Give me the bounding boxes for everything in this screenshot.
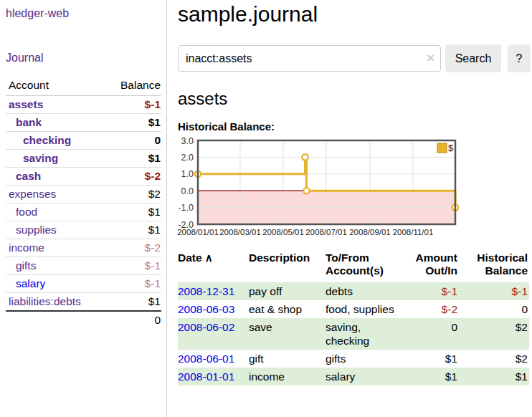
legend-swatch bbox=[437, 143, 447, 153]
sidebar-account-link[interactable]: salary bbox=[16, 277, 45, 289]
transaction-date-link[interactable]: 2008-06-02 bbox=[178, 321, 234, 333]
sidebar-account-link[interactable]: expenses bbox=[9, 188, 56, 200]
account-heading: assets bbox=[178, 89, 532, 109]
account-row: salary$-1 bbox=[6, 275, 161, 293]
main-content: sample.journal × Search ? assets Histori… bbox=[178, 0, 532, 385]
account-balance: $1 bbox=[104, 150, 161, 168]
app-brand-link[interactable]: hledger-web bbox=[6, 7, 69, 20]
search-form: × Search ? bbox=[178, 44, 532, 72]
accounts-col-balance: Balance bbox=[104, 76, 161, 96]
page-title: sample.journal bbox=[178, 2, 532, 27]
search-button[interactable]: Search bbox=[445, 44, 501, 72]
account-balance: $2 bbox=[104, 186, 161, 203]
account-row: saving$1 bbox=[6, 150, 161, 168]
transaction-description: eat & shop bbox=[249, 300, 326, 318]
x-axis-tick-label: 2008/09/01 bbox=[349, 228, 391, 236]
x-axis-tick-label: 2008/11/01 bbox=[393, 228, 434, 236]
y-axis-tick-label: -1.0 bbox=[178, 203, 194, 213]
account-row: expenses$2 bbox=[6, 186, 161, 203]
register-col-amount-out-in: Amount Out/In bbox=[406, 251, 459, 282]
register-table: Date ∧DescriptionTo/From Account(s)Amoun… bbox=[178, 251, 529, 385]
sidebar-item-journal[interactable]: Journal bbox=[6, 52, 43, 64]
transaction-date-link[interactable]: 2008-06-03 bbox=[178, 303, 234, 315]
transaction-balance: $2 bbox=[459, 350, 529, 368]
account-row: checking0 bbox=[6, 132, 161, 150]
y-axis-tick-label: 0.0 bbox=[181, 186, 194, 196]
clear-search-icon[interactable]: × bbox=[427, 51, 434, 65]
account-row: cash$-2 bbox=[6, 168, 161, 186]
y-axis-tick-label: 2.0 bbox=[181, 153, 194, 163]
register-col-to-from-account-s: To/From Account(s) bbox=[326, 251, 406, 282]
transaction-accounts: salary bbox=[326, 368, 406, 385]
transaction-date-link[interactable]: 2008-06-01 bbox=[178, 353, 234, 365]
transaction-description: pay off bbox=[249, 282, 326, 300]
transaction-row: 2008-12-31pay offdebts$-1$-1 bbox=[178, 282, 529, 300]
account-balance: $-2 bbox=[104, 168, 161, 186]
x-axis-tick-label: 2008/07/01 bbox=[305, 228, 347, 236]
chart-title: Historical Balance: bbox=[178, 120, 532, 133]
x-axis-tick-label: 2008/01/01 bbox=[177, 228, 219, 236]
account-balance: $1 bbox=[104, 114, 161, 132]
sort-ascending-icon: ∧ bbox=[202, 251, 213, 264]
transaction-amount: $-1 bbox=[406, 282, 459, 300]
y-axis-tick-label: 1.0 bbox=[181, 169, 194, 179]
transaction-accounts: gifts bbox=[326, 350, 406, 368]
transaction-row: 2008-01-01incomesalary$1$1 bbox=[178, 368, 529, 385]
sidebar-account-link[interactable]: saving bbox=[23, 152, 58, 164]
register-col-historical-balance: Historical Balance bbox=[459, 251, 529, 282]
accounts-col-account: Account bbox=[6, 76, 104, 96]
sidebar-account-link[interactable]: assets bbox=[9, 98, 43, 110]
account-row: bank$1 bbox=[6, 114, 161, 132]
account-row: liabilities:debts$1 bbox=[6, 293, 161, 312]
account-row: gifts$-1 bbox=[6, 257, 161, 275]
transaction-row: 2008-06-01giftgifts$1$2 bbox=[178, 350, 529, 368]
help-button[interactable]: ? bbox=[508, 44, 531, 72]
register-col-description: Description bbox=[249, 251, 326, 282]
transaction-balance: 0 bbox=[459, 300, 529, 318]
transaction-amount: 0 bbox=[406, 318, 459, 350]
sidebar: hledger-web Journal Account Balance asse… bbox=[0, 0, 167, 417]
x-axis-tick-label: 2008/05/01 bbox=[262, 228, 304, 236]
sidebar-account-link[interactable]: food bbox=[16, 206, 37, 218]
transaction-accounts: saving, checking bbox=[326, 318, 406, 350]
data-point-marker bbox=[303, 188, 309, 193]
transaction-amount: $-2 bbox=[406, 300, 459, 318]
sidebar-account-link[interactable]: income bbox=[9, 241, 44, 254]
x-axis-tick-label: 2008/03/01 bbox=[219, 228, 261, 236]
transaction-accounts: debts bbox=[326, 282, 406, 300]
transaction-row: 2008-06-02savesaving, checking0$2 bbox=[178, 318, 529, 350]
transaction-date-link[interactable]: 2008-12-31 bbox=[178, 285, 234, 297]
accounts-total-value: 0 bbox=[104, 311, 161, 329]
sidebar-account-link[interactable]: checking bbox=[23, 134, 71, 146]
account-balance: $-1 bbox=[104, 257, 161, 275]
account-balance: 0 bbox=[104, 132, 161, 150]
register-col-date[interactable]: Date ∧ bbox=[178, 251, 249, 282]
transaction-description: save bbox=[249, 318, 326, 350]
transaction-row: 2008-06-03eat & shopfood, supplies$-20 bbox=[178, 300, 529, 318]
account-balance: $1 bbox=[104, 221, 161, 239]
transaction-balance: $2 bbox=[459, 318, 529, 350]
transaction-description: income bbox=[249, 368, 326, 385]
account-balance: $1 bbox=[104, 203, 161, 221]
historical-balance-chart: $3.02.01.00.0-1.0-2.02008/01/012008/03/0… bbox=[178, 138, 532, 239]
transaction-balance: $-1 bbox=[459, 282, 529, 300]
y-axis-tick-label: 3.0 bbox=[181, 136, 194, 146]
account-row: supplies$1 bbox=[6, 221, 161, 239]
legend-label: $ bbox=[448, 143, 454, 153]
transaction-amount: $1 bbox=[406, 368, 459, 385]
sidebar-account-link[interactable]: liabilities:debts bbox=[9, 295, 81, 307]
account-balance: $-1 bbox=[104, 275, 161, 293]
sidebar-account-link[interactable]: supplies bbox=[16, 224, 57, 236]
search-input[interactable] bbox=[178, 45, 441, 72]
data-point-marker bbox=[302, 154, 308, 160]
transaction-accounts: food, supplies bbox=[326, 300, 406, 318]
sidebar-account-link[interactable]: bank bbox=[16, 116, 42, 128]
accounts-tree: Account Balance assets$-1bank$1checking0… bbox=[6, 76, 161, 329]
account-row: food$1 bbox=[6, 203, 161, 221]
account-balance: $-1 bbox=[104, 96, 161, 114]
transaction-date-link[interactable]: 2008-01-01 bbox=[178, 370, 234, 383]
sidebar-account-link[interactable]: cash bbox=[16, 170, 41, 182]
account-row: income$-2 bbox=[6, 239, 161, 257]
sidebar-account-link[interactable]: gifts bbox=[16, 259, 36, 272]
transaction-balance: $1 bbox=[459, 368, 529, 385]
